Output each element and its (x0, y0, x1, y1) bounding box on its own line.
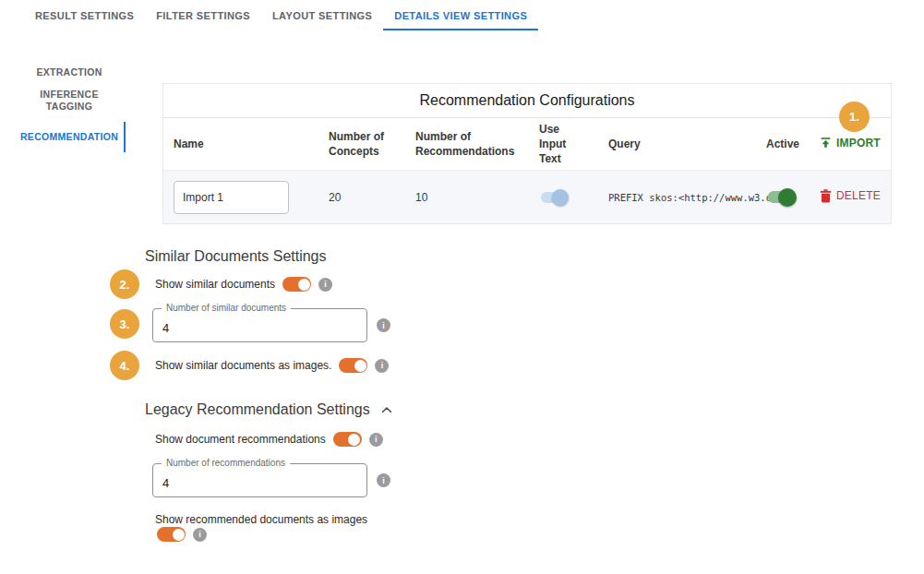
show-document-recommendations-row: Show document recommendations i (155, 432, 383, 447)
sidebar-item-inference-tagging[interactable]: INFERENCE TAGGING (0, 89, 138, 113)
delete-button-label: DELETE (836, 189, 881, 202)
column-header-number-of-concepts: Number of Concepts (318, 129, 405, 159)
show-similar-as-images-row: Show similar documents as images. i (155, 358, 389, 373)
row-cell-name (163, 181, 318, 214)
info-icon[interactable]: i (193, 528, 207, 542)
show-similar-documents-row: Show similar documents i (155, 277, 332, 292)
delete-button[interactable]: DELETE (820, 189, 881, 203)
show-similar-as-images-label: Show similar documents as images. (155, 359, 331, 372)
settings-tab-bar: RESULT SETTINGS FILTER SETTINGS LAYOUT S… (24, 0, 538, 30)
row-cell-query: PREFIX skos:<http://www.w3.org (598, 191, 756, 204)
sidebar-item-label: INFERENCE TAGGING (27, 89, 112, 113)
tab-layout-settings[interactable]: LAYOUT SETTINGS (261, 0, 383, 30)
toggle-knob (348, 434, 360, 446)
show-recommended-as-images-row: i (157, 527, 207, 542)
row-cell-use-input-text (529, 188, 598, 207)
table-row: 20 10 PREFIX skos:<http://www.w3.org DEL… (163, 171, 891, 223)
column-header-active: Active (756, 137, 815, 151)
show-document-recommendations-toggle[interactable] (333, 432, 362, 447)
show-document-recommendations-label: Show document recommendations (155, 433, 326, 446)
import-button-label: IMPORT (836, 137, 881, 149)
number-of-similar-documents-field: Number of similar documents (152, 308, 367, 342)
show-similar-documents-toggle[interactable] (282, 277, 311, 292)
column-header-query: Query (598, 137, 756, 151)
number-of-similar-documents-input[interactable] (153, 309, 366, 341)
number-of-recommendations-field: Number of recommendations (152, 463, 367, 497)
row-cell-number-of-concepts: 20 (318, 191, 405, 204)
show-similar-as-images-toggle[interactable] (339, 358, 367, 373)
toggle-knob (778, 188, 797, 207)
info-icon[interactable]: i (369, 433, 383, 447)
table-header-row: Name Number of Concepts Number of Recomm… (163, 118, 891, 171)
info-icon[interactable]: i (318, 278, 332, 292)
use-input-text-toggle[interactable] (536, 188, 571, 207)
show-recommended-as-images-label: Show recommended documents as images (155, 513, 367, 526)
column-header-import: IMPORT (815, 137, 891, 152)
show-similar-documents-label: Show similar documents (155, 278, 275, 291)
sidebar-item-extraction[interactable]: EXTRACTION (0, 66, 138, 78)
active-toggle[interactable] (763, 188, 798, 207)
info-icon[interactable]: i (377, 473, 390, 487)
tab-filter-settings[interactable]: FILTER SETTINGS (145, 0, 261, 30)
sidebar-item-recommendation[interactable]: RECOMMENDATION (0, 131, 138, 143)
info-icon[interactable]: i (377, 318, 390, 332)
trash-icon (820, 189, 832, 203)
annotation-step-3: 3. (110, 309, 139, 339)
sidebar-active-indicator (124, 122, 126, 152)
annotation-step-4: 4. (110, 351, 139, 380)
upload-icon (820, 137, 832, 149)
number-of-recommendations-input[interactable] (153, 464, 366, 496)
collapse-section-button[interactable] (379, 404, 394, 415)
info-icon[interactable]: i (375, 359, 389, 373)
config-name-input[interactable] (174, 181, 289, 214)
toggle-knob (552, 189, 569, 206)
similar-documents-heading: Similar Documents Settings (145, 248, 327, 265)
column-header-name: Name (163, 137, 318, 151)
recommendation-configurations-card: Recommendation Configurations Name Numbe… (162, 83, 892, 224)
toggle-knob (173, 529, 185, 541)
column-header-use-input-text: Use Input Text (529, 122, 598, 166)
column-header-number-of-recommendations: Number of Recommendations (405, 129, 529, 159)
tab-details-view-settings[interactable]: DETAILS VIEW SETTINGS (383, 0, 538, 30)
legacy-heading-label: Legacy Recommendation Settings (145, 401, 370, 418)
annotation-step-1: 1. (839, 102, 870, 132)
show-recommended-as-images-toggle[interactable] (157, 527, 186, 542)
import-button[interactable]: IMPORT (820, 137, 881, 149)
annotation-step-2: 2. (110, 269, 139, 299)
toggle-knob (298, 279, 310, 291)
row-cell-active (756, 188, 815, 207)
row-cell-number-of-recommendations: 10 (405, 191, 529, 204)
legacy-recommendation-heading: Legacy Recommendation Settings (145, 401, 394, 418)
tab-result-settings[interactable]: RESULT SETTINGS (24, 0, 145, 30)
card-title: Recommendation Configurations (163, 84, 891, 118)
row-cell-actions: DELETE (815, 189, 891, 206)
chevron-up-icon (381, 406, 392, 413)
toggle-knob (354, 360, 366, 372)
